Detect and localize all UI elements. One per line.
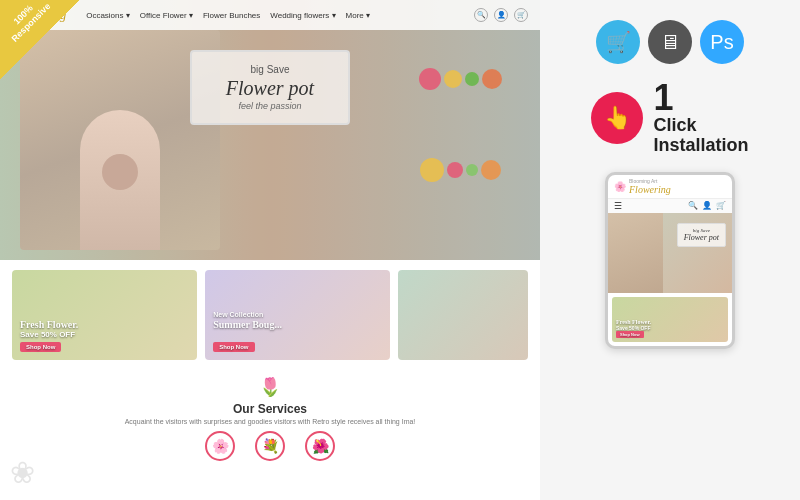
nav-search-icon[interactable]: 🔍 [474,8,488,22]
service-icon-2: 💐 [255,431,285,461]
services-section: 🌷 Our Services Acquaint the visitors wit… [12,370,528,467]
services-main-icon: 🌷 [12,376,528,398]
nav-link-occasions[interactable]: Occasions ▾ [86,11,130,20]
nav-icons: 🔍 👤 🛒 [474,8,528,22]
nav-links: Occasions ▾ Office Flower ▾ Flower Bunch… [86,11,474,20]
mobile-logo-text: Flowering [629,184,671,195]
mobile-preview: 🌸 Blooming Art Flowering ☰ 🔍 👤 🛒 big Sav… [605,172,735,349]
product-card-2[interactable]: New Collection Summer Boug... Shop Now [205,270,390,360]
service-icon-circle-3: 🌺 [305,431,335,461]
nav-bar: Flowering Occasions ▾ Office Flower ▾ Fl… [0,0,540,30]
hero-section: Flowering Occasions ▾ Office Flower ▾ Fl… [0,0,540,260]
nav-user-icon[interactable]: 👤 [494,8,508,22]
nav-cart-icon[interactable]: 🛒 [514,8,528,22]
hamburger-icon[interactable]: ☰ [614,201,622,211]
one-click-number: 1 [653,80,748,116]
monitor-icon: 🖥 [660,31,680,54]
mobile-cart-icon[interactable]: 🛒 [716,201,726,210]
cart-icon-circle[interactable]: 🛒 [596,20,640,64]
mobile-search-icon[interactable]: 🔍 [688,201,698,210]
nav-link-office[interactable]: Office Flower ▾ [140,11,193,20]
mobile-user-icon[interactable]: 👤 [702,201,712,210]
cart-icon: 🛒 [606,30,631,54]
service-icon-circle-1: 🌸 [205,431,235,461]
services-desc: Acquaint the visitors with surprises and… [120,418,420,425]
services-icons-row: 🌸 💐 🌺 [12,431,528,461]
nav-link-bunches[interactable]: Flower Bunches [203,11,260,20]
ps-icon-circle[interactable]: Ps [700,20,744,64]
shop-now-btn-1[interactable]: Shop Now [20,342,61,352]
one-click-text-block: 1 Click Installation [653,80,748,156]
right-panel: 🛒 🖥 Ps 👆 1 Click Installation 🌸 Blooming… [540,0,800,500]
mobile-logo-area: 🌸 Blooming Art Flowering [608,175,732,199]
product-cards: Fresh Flower. Save 50% OFF Shop Now New … [12,270,528,360]
one-click-button[interactable]: 👆 [591,92,643,144]
service-icon-circle-2: 💐 [255,431,285,461]
service-icon-3: 🌺 [305,431,335,461]
mobile-person-image [608,213,663,293]
top-icons-row: 🛒 🖥 Ps [596,20,744,64]
service-icon-1: 🌸 [205,431,235,461]
one-click-installation: 👆 1 Click Installation [591,80,748,156]
hero-big-text: Flower pot [212,77,328,99]
left-panel: 100%Responsive Flowering Occasions ▾ Off… [0,0,540,500]
one-click-line2: Installation [653,136,748,156]
mobile-card[interactable]: Fresh Flower. Save 50% OFF Shop Now [612,297,728,342]
shop-now-btn-2[interactable]: Shop Now [213,342,254,352]
mobile-card-label: Fresh Flower. Save 50% OFF Shop Now [616,319,651,338]
mobile-logo-block: Blooming Art Flowering [629,178,671,195]
monitor-icon-circle[interactable]: 🖥 [648,20,692,64]
product-card-1-label: Fresh Flower. Save 50% OFF Shop Now [20,319,78,352]
touch-icon: 👆 [604,105,631,131]
mobile-flower-icon: 🌸 [614,181,626,192]
hero-small-text: big Save [212,64,328,75]
decorative-flower-left: ❀ [10,455,35,490]
product-card-3[interactable] [398,270,528,360]
mobile-shop-btn[interactable]: Shop Now [616,331,644,338]
services-title: Our Services [12,402,528,416]
product-card-1[interactable]: Fresh Flower. Save 50% OFF Shop Now [12,270,197,360]
one-click-line1: Click [653,116,748,136]
mobile-menu-bar: ☰ 🔍 👤 🛒 [608,199,732,213]
lower-section: Fresh Flower. Save 50% OFF Shop Now New … [0,260,540,477]
mobile-icons: 🔍 👤 🛒 [688,201,726,210]
hero-flowers-decoration [410,35,510,215]
responsive-badge-text: 100%Responsive [2,0,53,44]
nav-link-more[interactable]: More ▾ [346,11,370,20]
mobile-hero: big Save Flower pot [608,213,732,293]
mobile-hero-text: big Save Flower pot [677,223,726,247]
hero-content-box: big Save Flower pot feel the passion [190,50,350,125]
product-card-2-label: New Collection Summer Boug... Shop Now [213,310,282,352]
responsive-badge: 100%Responsive [0,0,80,80]
ps-icon: Ps [710,31,733,54]
hero-sub-text: feel the passion [212,101,328,111]
nav-link-wedding[interactable]: Wedding flowers ▾ [270,11,335,20]
